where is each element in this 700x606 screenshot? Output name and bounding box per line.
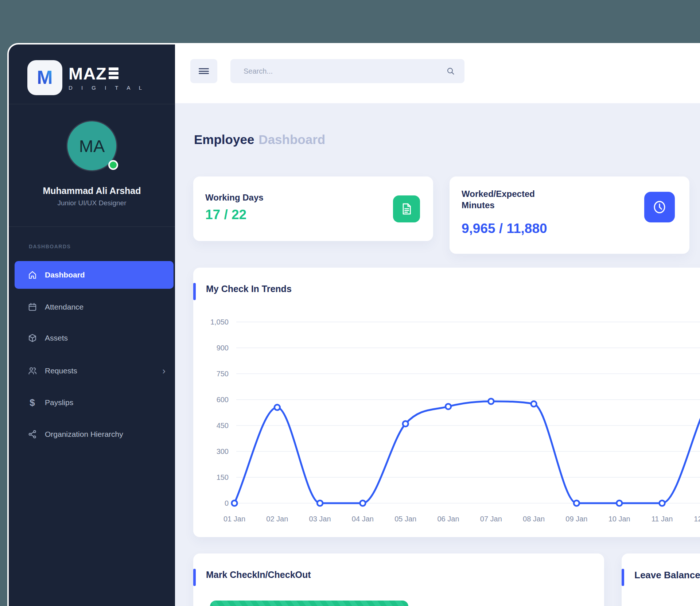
search-bar [230,59,464,83]
menu-button[interactable] [190,59,217,83]
brand-logo[interactable]: M MAZ D I G I T A L [27,60,145,95]
svg-text:0: 0 [225,499,229,507]
leave-balance-card: Leave Balance [622,553,700,606]
sidebar-item-assets[interactable]: Assets [15,327,174,349]
svg-text:450: 450 [217,422,229,430]
sidebar-item-label: Assets [45,334,68,342]
document-icon [393,195,420,222]
sidebar: M MAZ D I G I T A L MA Muhammad Ali Arsh… [9,44,175,606]
card-accent-bar [193,569,196,586]
stat-value: 17 / 22 [205,207,246,222]
sidebar-section-label: DASHBOARDS [29,244,71,249]
search-icon[interactable] [446,67,455,75]
brand-mark-icon: M [27,60,62,95]
brand-tagline: D I G I T A L [69,85,145,91]
svg-text:06 Jan: 06 Jan [437,515,459,523]
app-window: M MAZ D I G I T A L MA Muhammad Ali Arsh… [7,43,700,606]
sidebar-item-payslips[interactable]: $ Payslips [15,392,174,413]
sidebar-item-attendance[interactable]: Attendance [15,296,174,318]
page-title-primary: Employee [194,132,254,147]
home-icon [27,270,37,280]
svg-text:04 Jan: 04 Jan [352,515,374,523]
profile-name: Muhammad Ali Arshad [9,186,175,196]
divider [9,226,175,227]
chevron-right-icon: › [162,366,166,376]
svg-text:03 Jan: 03 Jan [309,515,331,523]
working-days-card: Working Days 17 / 22 [193,176,433,241]
svg-text:150: 150 [217,473,229,481]
clock-icon [644,192,675,222]
page-title-secondary: Dashboard [258,132,325,147]
svg-text:05 Jan: 05 Jan [394,515,416,523]
svg-text:750: 750 [217,370,229,378]
svg-text:01 Jan: 01 Jan [223,515,245,523]
leave-card-title: Leave Balance [634,570,700,581]
svg-text:02 Jan: 02 Jan [266,515,288,523]
sidebar-item-label: Attendance [45,303,83,311]
card-accent-bar [622,569,624,586]
dollar-icon: $ [27,398,37,408]
svg-text:600: 600 [217,396,229,404]
svg-text:07 Jan: 07 Jan [480,515,502,523]
sidebar-item-organization-hierarchy[interactable]: Organization Hierarchy [15,424,174,445]
hamburger-icon [199,67,209,75]
sidebar-item-label: Payslips [45,398,73,407]
sidebar-item-label: Organization Hierarchy [45,430,123,439]
sidebar-item-label: Dashboard [45,271,85,279]
checkin-card-title: Mark CheckIn/CheckOut [206,570,311,580]
cube-icon [27,333,37,343]
svg-text:12 Jan: 12 Jan [694,515,700,523]
svg-text:10 Jan: 10 Jan [608,515,630,523]
checkin-button[interactable] [210,601,408,606]
search-input[interactable] [230,59,464,83]
calendar-icon [27,302,37,312]
mark-checkin-checkout-card: Mark CheckIn/CheckOut [193,553,604,606]
stat-title: Worked/Expected Minutes [462,188,553,211]
sidebar-item-dashboard[interactable]: Dashboard [15,261,174,289]
page-title: EmployeeDashboard [194,132,325,147]
stylized-e-icon [109,67,118,79]
sidebar-item-requests[interactable]: Requests › [15,360,174,381]
svg-text:11 Jan: 11 Jan [652,515,673,523]
svg-text:300: 300 [217,447,229,455]
svg-text:08 Jan: 08 Jan [523,515,545,523]
checkin-trends-chart: 01503004506007509001,05001 Jan02 Jan03 J… [193,268,700,537]
svg-text:M: M [37,67,52,88]
users-icon [27,366,37,376]
svg-text:900: 900 [217,344,229,352]
profile-role: Junior UI/UX Designer [9,199,175,207]
brand-name: MAZ [69,65,145,82]
hierarchy-icon [27,430,37,439]
worked-expected-minutes-card: Worked/Expected Minutes 9,965 / 11,880 [450,176,689,254]
stat-title: Working Days [205,192,264,203]
stat-value: 9,965 / 11,880 [462,221,547,236]
online-status-dot [108,160,118,170]
svg-text:1,050: 1,050 [210,318,229,326]
divider [9,104,175,104]
svg-text:09 Jan: 09 Jan [565,515,587,523]
sidebar-item-label: Requests [45,366,77,375]
checkin-trends-card: My Check In Trends 01503004506007509001,… [193,268,700,537]
top-header [175,43,700,103]
